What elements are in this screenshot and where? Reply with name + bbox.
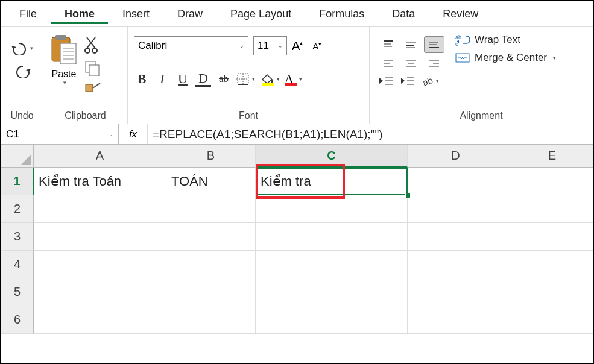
chevron-down-icon: ⌄ xyxy=(239,43,244,49)
tab-data[interactable]: Data xyxy=(379,3,428,24)
borders-button[interactable]: ▾ xyxy=(236,72,255,86)
wrap-text-button[interactable]: abc Wrap Text xyxy=(455,34,556,46)
col-header-d[interactable]: D xyxy=(408,145,504,168)
svg-rect-2 xyxy=(60,43,76,64)
chevron-down-icon: ▾ xyxy=(30,45,33,51)
chevron-down-icon: ▾ xyxy=(553,55,556,61)
tab-review[interactable]: Review xyxy=(429,3,491,24)
cell[interactable] xyxy=(504,251,594,278)
cell[interactable] xyxy=(408,278,504,306)
col-header-c[interactable]: C xyxy=(256,145,408,168)
format-painter-button[interactable] xyxy=(84,82,101,95)
paste-button[interactable]: Paste ▾ xyxy=(49,34,78,86)
shrink-font-button[interactable]: A▾ xyxy=(312,41,321,51)
group-label-clipboard: Clipboard xyxy=(49,109,121,122)
align-center-button[interactable] xyxy=(401,55,422,72)
align-left-button[interactable] xyxy=(378,55,399,72)
chevron-down-icon: ▾ xyxy=(277,76,280,82)
decrease-indent-button[interactable] xyxy=(378,75,394,87)
italic-button[interactable]: I xyxy=(154,71,170,87)
copy-button[interactable] xyxy=(84,60,100,76)
paste-icon xyxy=(49,34,78,69)
cell-b1[interactable]: TOÁN xyxy=(166,168,256,195)
cell[interactable] xyxy=(408,223,504,251)
merge-center-button[interactable]: Merge & Center ▾ xyxy=(455,52,556,64)
cell[interactable] xyxy=(504,278,594,306)
bold-button[interactable]: B xyxy=(134,71,150,87)
cell[interactable] xyxy=(504,223,594,251)
tab-formulas[interactable]: Formulas xyxy=(306,3,378,24)
redo-button[interactable] xyxy=(13,64,31,78)
cut-button[interactable] xyxy=(84,36,100,54)
undo-button[interactable]: ▾ xyxy=(11,41,33,55)
cell[interactable] xyxy=(256,278,408,306)
cell[interactable] xyxy=(166,195,256,223)
chevron-down-icon: ▾ xyxy=(252,76,255,82)
cell[interactable] xyxy=(256,306,408,334)
tab-insert[interactable]: Insert xyxy=(109,3,163,24)
cell[interactable] xyxy=(256,223,408,251)
chevron-down-icon: ▾ xyxy=(63,80,66,86)
col-header-b[interactable]: B xyxy=(166,145,256,168)
align-top-button[interactable] xyxy=(378,36,399,53)
cell-d1[interactable] xyxy=(408,168,504,195)
chevron-down-icon: ▾ xyxy=(299,76,302,82)
ribbon: ▾ Undo Paste ▾ xyxy=(1,27,593,124)
svg-text:ab: ab xyxy=(422,75,434,87)
font-color-button[interactable]: A ▾ xyxy=(285,72,302,86)
formula-bar: C1 ⌄ fx =REPLACE(A1;SEARCH(B1;A1);LEN(A1… xyxy=(1,124,593,145)
cell[interactable] xyxy=(166,306,256,334)
row-header-4[interactable]: 4 xyxy=(1,251,34,278)
cell[interactable] xyxy=(166,223,256,251)
cell[interactable] xyxy=(408,306,504,334)
cell[interactable] xyxy=(166,278,256,306)
group-label-alignment: Alignment xyxy=(376,109,587,122)
name-box[interactable]: C1 ⌄ xyxy=(1,124,119,144)
double-underline-button[interactable]: D xyxy=(195,72,211,87)
formula-input[interactable]: =REPLACE(A1;SEARCH(B1;A1);LEN(A1);"") xyxy=(148,124,593,144)
tab-home[interactable]: Home xyxy=(51,3,108,24)
cell[interactable] xyxy=(34,251,166,278)
cell-a2[interactable] xyxy=(34,195,166,223)
tab-page-layout[interactable]: Page Layout xyxy=(217,3,305,24)
align-bottom-button[interactable] xyxy=(424,36,444,53)
fill-handle[interactable] xyxy=(405,193,411,198)
cell[interactable] xyxy=(408,251,504,278)
col-header-e[interactable]: E xyxy=(504,145,594,168)
cell[interactable] xyxy=(166,251,256,278)
cell[interactable] xyxy=(34,306,166,334)
increase-indent-button[interactable] xyxy=(400,75,415,87)
cell[interactable] xyxy=(504,195,594,223)
fx-icon[interactable]: fx xyxy=(119,124,148,144)
align-middle-button[interactable] xyxy=(401,36,422,53)
cell-e1[interactable] xyxy=(504,168,594,195)
orientation-button[interactable]: ab▾ xyxy=(422,75,439,87)
underline-button[interactable]: U xyxy=(175,71,191,87)
cell-a1[interactable]: Kiểm tra Toán xyxy=(34,168,166,195)
grow-font-button[interactable]: A▴ xyxy=(292,39,303,53)
cell[interactable] xyxy=(408,195,504,223)
cell[interactable] xyxy=(34,223,166,251)
cell[interactable] xyxy=(504,306,594,334)
group-label-undo: Undo xyxy=(7,109,37,122)
cell[interactable] xyxy=(34,278,166,306)
font-size-combo[interactable]: 11 ⌄ xyxy=(253,36,287,55)
fill-color-button[interactable]: ▾ xyxy=(260,72,280,86)
select-all-corner[interactable] xyxy=(1,145,34,168)
strikethrough-button[interactable]: ab xyxy=(216,73,232,85)
cell-c1[interactable]: Kiểm tra xyxy=(256,168,408,195)
paste-label: Paste xyxy=(52,69,77,80)
col-header-a[interactable]: A xyxy=(34,145,166,168)
row-header-6[interactable]: 6 xyxy=(1,306,34,334)
row-header-2[interactable]: 2 xyxy=(1,195,34,223)
wrap-text-icon: abc xyxy=(455,34,470,46)
align-right-button[interactable] xyxy=(424,55,444,72)
tab-draw[interactable]: Draw xyxy=(164,3,216,24)
row-header-5[interactable]: 5 xyxy=(1,278,34,306)
cell[interactable] xyxy=(256,195,408,223)
row-header-3[interactable]: 3 xyxy=(1,223,34,251)
tab-file[interactable]: File xyxy=(6,3,50,24)
row-header-1[interactable]: 1 xyxy=(1,168,34,195)
font-name-combo[interactable]: Calibri ⌄ xyxy=(134,36,248,55)
cell[interactable] xyxy=(256,251,408,278)
